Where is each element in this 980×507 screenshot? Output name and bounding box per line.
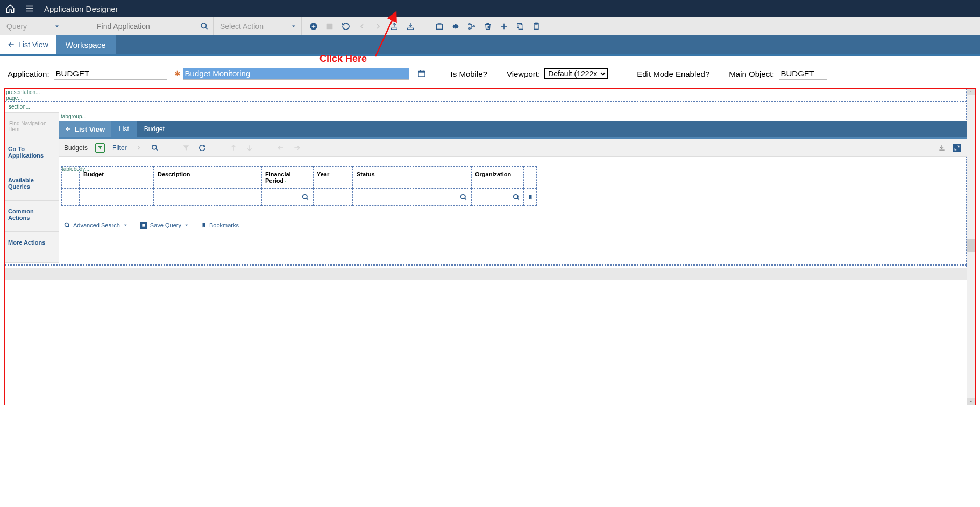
filter-status[interactable]	[353, 189, 471, 206]
bookmark-icon	[201, 222, 207, 228]
collapse-icon[interactable]	[953, 144, 961, 152]
filter-financial-period[interactable]	[261, 189, 313, 206]
filter-checkbox[interactable]	[61, 189, 80, 206]
gray-band	[5, 268, 967, 280]
sidenav-more-actions[interactable]: More Actions	[5, 232, 59, 263]
filter-organization[interactable]	[471, 189, 524, 206]
refresh-icon[interactable]	[198, 144, 207, 152]
advanced-search-link[interactable]: Advanced Search	[64, 222, 128, 228]
app-header: Application Designer	[0, 0, 980, 17]
svg-line-24	[155, 148, 157, 150]
col-description[interactable]: Description	[154, 166, 261, 189]
menu-icon[interactable]	[25, 4, 34, 13]
download-icon[interactable]	[938, 144, 946, 152]
form-row: Application: ✱ Is Mobile? Viewport: Defa…	[0, 56, 980, 88]
col-budget[interactable]: Budget	[80, 166, 154, 189]
presentation-box[interactable]	[5, 89, 967, 102]
col-year[interactable]: Year	[313, 166, 353, 189]
select-action-dropdown[interactable]: Select Action	[216, 17, 302, 35]
search-icon	[64, 222, 70, 228]
sidenav-goto-apps[interactable]: Go To Applications	[5, 138, 59, 169]
application-label: Application:	[8, 69, 49, 78]
tab-back-list-view[interactable]: List View	[0, 35, 56, 54]
inner-tab-back[interactable]: List View	[59, 121, 111, 137]
toolbar: Query Select Action	[0, 17, 980, 35]
main-object-field: Main Object:	[729, 68, 827, 80]
save-query-link[interactable]: Save Query	[140, 222, 189, 229]
is-mobile-checkbox[interactable]	[492, 70, 499, 77]
trash-icon[interactable]	[482, 21, 493, 32]
toolbar-icons	[304, 21, 542, 32]
undo-icon[interactable]	[340, 21, 351, 32]
arrow-left-icon	[8, 41, 15, 48]
tabgroup-label: tabgroup...	[61, 113, 87, 119]
search-icon[interactable]	[302, 194, 309, 201]
tab-workspace-label: Workspace	[66, 40, 106, 49]
gear-icon[interactable]	[450, 21, 461, 32]
copy-icon[interactable]	[515, 21, 525, 32]
search-icon[interactable]	[151, 144, 159, 152]
col-organization[interactable]: Organization	[471, 166, 524, 189]
query-dropdown[interactable]: Query	[2, 17, 91, 35]
table-header: Budget Description Financial Period Year…	[61, 166, 964, 189]
arrow-left-icon	[65, 126, 72, 132]
chevron-right-icon	[134, 144, 143, 152]
svg-line-4	[205, 27, 207, 29]
inner-tab-list-label: List	[119, 125, 129, 133]
calendar-icon[interactable]	[416, 68, 427, 79]
sidenav-common-actions[interactable]: Common Actions	[5, 201, 59, 232]
bottom-actions: Advanced Search Save Query Bookmarks	[59, 206, 967, 234]
svg-point-35	[65, 223, 69, 227]
sidenav-available-queries[interactable]: Available Queries	[5, 169, 59, 201]
edit-mode-checkbox[interactable]	[714, 70, 721, 77]
description-input[interactable]	[183, 68, 409, 80]
inner-tab-list[interactable]: List	[111, 121, 137, 137]
inner-tab-budget[interactable]: Budget	[137, 121, 172, 137]
table[interactable]: Budget Description Financial Period Year…	[61, 166, 964, 206]
scroll-up-icon[interactable]	[967, 89, 975, 95]
export-icon[interactable]	[389, 21, 400, 32]
search-icon[interactable]	[513, 194, 520, 201]
col-status[interactable]: Status	[353, 166, 471, 189]
filter-description[interactable]	[154, 189, 261, 206]
search-icon[interactable]	[199, 21, 210, 32]
find-application	[94, 17, 214, 35]
arrow-right-icon	[373, 21, 384, 32]
viewport-select[interactable]: Default (1222x	[544, 68, 608, 79]
svg-point-31	[461, 195, 465, 199]
filter-badge-icon[interactable]	[95, 143, 105, 153]
filter-year[interactable]	[313, 189, 353, 206]
filter-budget[interactable]	[80, 189, 154, 206]
tree-icon[interactable]	[466, 21, 477, 32]
scroll-down-icon[interactable]	[967, 398, 975, 405]
description-field: ✱	[174, 68, 427, 80]
import-icon[interactable]	[405, 21, 416, 32]
filter-link[interactable]: Filter	[112, 144, 127, 152]
plus-icon[interactable]	[499, 21, 509, 32]
app-icon[interactable]	[434, 21, 445, 32]
application-input[interactable]	[54, 68, 167, 80]
main-object-input[interactable]	[779, 68, 827, 80]
svg-rect-7	[437, 24, 443, 29]
find-app-input[interactable]	[94, 20, 196, 33]
list-title: Budgets	[64, 144, 88, 152]
filter-bookmark[interactable]	[524, 189, 537, 206]
col-financial-period[interactable]: Financial Period	[261, 166, 313, 189]
svg-rect-6	[327, 24, 333, 30]
bottom-dashed-line	[5, 264, 967, 266]
clear-filter-icon	[182, 144, 190, 152]
find-nav-input[interactable]: Find Navigation Item	[5, 113, 59, 138]
paste-icon[interactable]	[531, 21, 542, 32]
inner-tab-budget-label: Budget	[144, 125, 165, 133]
edit-mode-field: Edit Mode Enabled?	[637, 69, 721, 78]
svg-rect-17	[418, 71, 425, 77]
plus-circle-icon[interactable]	[308, 21, 319, 32]
home-icon[interactable]	[5, 4, 15, 13]
svg-rect-37	[142, 224, 145, 226]
bookmarks-link[interactable]: Bookmarks	[201, 222, 239, 228]
search-icon[interactable]	[460, 194, 467, 201]
app-title: Application Designer	[44, 4, 118, 13]
scroll-thumb[interactable]	[967, 239, 975, 252]
tab-workspace[interactable]: Workspace	[56, 35, 116, 54]
side-nav: Find Navigation Item Go To Applications …	[5, 112, 59, 262]
